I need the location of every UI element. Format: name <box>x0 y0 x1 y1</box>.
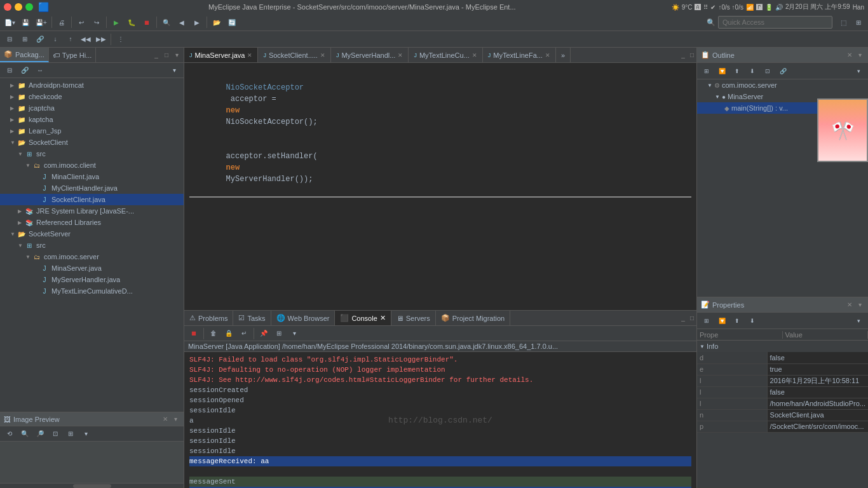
tab-package-explorer[interactable]: 📦 Packag... <box>0 48 49 62</box>
save-all-button[interactable]: 💾+ <box>34 15 49 29</box>
outline-btn7[interactable]: ▾ <box>851 64 865 78</box>
tree-item-checkcode[interactable]: ▶ 📁 checkcode <box>0 91 184 102</box>
tab-servers[interactable]: 🖥 Servers <box>391 311 436 325</box>
outline-btn5[interactable]: ⊡ <box>761 64 775 78</box>
print-button[interactable]: 🖨 <box>55 15 69 29</box>
search-button[interactable]: 🔍 <box>159 15 173 29</box>
outline-item-com-imooc-server[interactable]: ▼ ⚙ com.imooc.server <box>697 79 868 91</box>
preview-close[interactable]: ✕ <box>161 415 170 424</box>
minimize-button[interactable] <box>15 3 22 11</box>
open-button[interactable]: 📂 <box>210 15 224 29</box>
preview-btn1[interactable]: ⟲ <box>3 427 17 441</box>
expand-all[interactable]: ⊞ <box>18 32 32 46</box>
outline-btn3[interactable]: ⬆ <box>730 64 744 78</box>
redo-button[interactable]: ↪ <box>90 15 104 29</box>
tree-item-socketserver[interactable]: ▼ 📂 SocketServer <box>0 228 184 240</box>
tab-myserverhandler[interactable]: J MyServerHandl... ✕ <box>331 48 409 62</box>
tree-item-referenced-libraries[interactable]: ▶ 📚 Referenced Libraries <box>0 217 184 228</box>
tree-sync[interactable]: ↔ <box>33 64 47 78</box>
console-clear[interactable]: 🗑 <box>207 327 220 341</box>
collapse-all-tree[interactable]: ⊟ <box>3 64 17 78</box>
prop-btn1[interactable]: ⊞ <box>700 314 714 328</box>
tree-item-socketclient[interactable]: ▼ 📂 SocketClient <box>0 137 184 148</box>
secondary-more[interactable]: ⋮ <box>114 32 128 46</box>
tree-item-com-imooc-server[interactable]: ▼ 🗂 com.imooc.server <box>0 251 184 262</box>
new-button[interactable]: 📄▾ <box>3 15 17 29</box>
outline-btn4[interactable]: ⬇ <box>745 64 759 78</box>
tree-item-server-src[interactable]: ▼ ⊞ src <box>0 240 184 251</box>
tree-item-mytextline[interactable]: J MyTextLineCumulativeD... <box>0 285 184 297</box>
left-panel-menu[interactable]: ▾ <box>172 51 181 60</box>
tab-close[interactable]: ✕ <box>247 52 252 58</box>
maximize-button[interactable] <box>25 3 33 11</box>
perspective-button[interactable]: ⬚ <box>836 15 850 29</box>
window-controls[interactable] <box>4 3 33 11</box>
tree-item-androidpn[interactable]: ▶ 📁 Androidpn-tomcat <box>0 79 184 91</box>
tree-item-minaserver[interactable]: J MinaServer.java <box>0 262 184 274</box>
tree-item-jcaptcha[interactable]: ▶ 📁 jcaptcha <box>0 102 184 114</box>
tab-close[interactable]: ✕ <box>545 52 550 58</box>
back-button[interactable]: ◀ <box>175 15 189 29</box>
stop-button[interactable]: ⏹ <box>140 15 154 29</box>
left-panel-maximize[interactable]: □ <box>162 51 171 60</box>
run-button[interactable]: ▶ <box>109 15 123 29</box>
refresh-button[interactable]: 🔄 <box>225 15 239 29</box>
close-button[interactable] <box>4 3 11 11</box>
tree-item-myserverhandler[interactable]: J MyServerHandler.java <box>0 274 184 285</box>
tab-project-migration[interactable]: 📦 Project Migration <box>436 311 511 325</box>
properties-menu[interactable]: ▾ <box>855 301 864 309</box>
collapse-all[interactable]: ⊟ <box>3 32 17 46</box>
tab-webbrowser[interactable]: 🌐 Web Browser <box>271 311 336 325</box>
prop-btn4[interactable]: ⬇ <box>745 314 759 328</box>
tab-close[interactable]: ✕ <box>398 52 403 58</box>
outline-btn2[interactable]: 🔽 <box>715 64 729 78</box>
tab-close[interactable]: ✕ <box>472 52 477 58</box>
console-scroll-lock[interactable]: 🔒 <box>222 327 236 341</box>
history-back[interactable]: ◀◀ <box>79 32 93 46</box>
tree-item-kaptcha[interactable]: ▶ 📁 kaptcha <box>0 114 184 125</box>
forward-button[interactable]: ▶ <box>190 15 204 29</box>
tab-tasks[interactable]: ☑ Tasks <box>233 311 271 325</box>
properties-close[interactable]: ✕ <box>845 301 854 309</box>
tree-item-myclienthandler[interactable]: J MyClientHandler.java <box>0 182 184 194</box>
prop-section-info[interactable]: ▼ Info <box>697 341 868 352</box>
save-button[interactable]: 💾 <box>18 15 32 29</box>
tab-mytextlinecu[interactable]: J MyTextLineCu... ✕ <box>409 48 482 62</box>
tree-item-src[interactable]: ▼ ⊞ src <box>0 148 184 159</box>
console-stop[interactable]: ⏹ <box>187 327 201 341</box>
tab-more[interactable]: » <box>556 48 571 62</box>
console-maximize[interactable]: □ <box>688 314 696 323</box>
link-editor[interactable]: 🔗 <box>33 32 47 46</box>
tree-item-minaclient[interactable]: J MinaClient.java <box>0 171 184 182</box>
outline-menu[interactable]: ▾ <box>855 51 864 60</box>
preview-btn4[interactable]: ⊡ <box>48 427 62 441</box>
tab-mytextlinefa[interactable]: J MyTextLineFa... ✕ <box>483 48 556 62</box>
tab-minaserver[interactable]: J MinaServer.java ✕ <box>184 48 258 62</box>
outline-btn1[interactable]: ⊞ <box>700 64 714 78</box>
tree-item-jre[interactable]: ▶ 📚 JRE System Library [JavaSE-... <box>0 205 184 217</box>
tree-item-com-imooc-client[interactable]: ▼ 🗂 com.imooc.client <box>0 159 184 171</box>
tree-item-learnjsp[interactable]: ▶ 📁 Learn_Jsp <box>0 125 184 137</box>
debug-button[interactable]: 🐛 <box>125 15 139 29</box>
prop-btn3[interactable]: ⬆ <box>730 314 744 328</box>
next-item[interactable]: ↓ <box>48 32 62 46</box>
console-pin[interactable]: 📌 <box>257 327 271 341</box>
console-menu[interactable]: ▾ <box>287 327 301 341</box>
tab-type-hierarchy[interactable]: 🏷 Type Hi... <box>49 48 96 62</box>
editor-content[interactable]: NioSocketAcceptor acceptor = new NioSock… <box>184 63 696 310</box>
undo-button[interactable]: ↩ <box>74 15 88 29</box>
history-forward[interactable]: ▶▶ <box>94 32 108 46</box>
preview-menu[interactable]: ▾ <box>171 415 180 424</box>
tab-socketclient[interactable]: J SocketClient..... ✕ <box>258 48 331 62</box>
console-minimize[interactable]: _ <box>679 314 688 323</box>
tab-problems[interactable]: ⚠ Problems <box>184 311 233 325</box>
quick-access-input[interactable] <box>718 16 832 29</box>
prev-item[interactable]: ↑ <box>64 32 78 46</box>
perspective2-button[interactable]: ⊞ <box>851 15 865 29</box>
tab-console[interactable]: ⬛ Console ✕ <box>335 311 391 325</box>
editor-minimize[interactable]: _ <box>679 51 688 60</box>
quick-access-container[interactable]: 🔍 <box>707 16 832 29</box>
preview-btn3[interactable]: 🔎 <box>33 427 47 441</box>
editor-maximize[interactable]: □ <box>688 51 696 60</box>
link-with-editor[interactable]: 🔗 <box>18 64 32 78</box>
